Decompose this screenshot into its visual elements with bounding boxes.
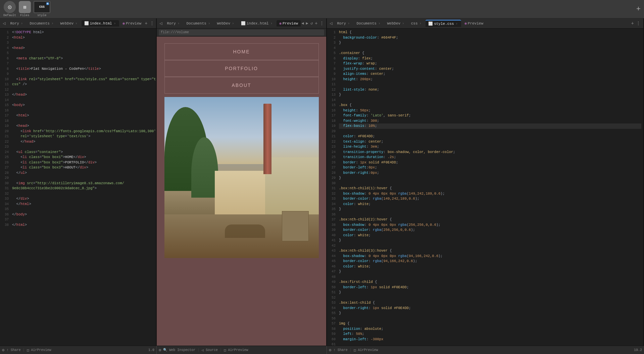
nav-home[interactable]: HOME (164, 43, 319, 60)
middle-pane-options: ◀ ▶ ↺ + ⋮ (301, 20, 326, 26)
container-box (282, 211, 309, 241)
add-pane-button[interactable]: + (636, 5, 641, 13)
left-status-airpreview-label[interactable]: AirPreview (31, 348, 51, 352)
toolbar-item-default[interactable]: ⊙ Default (3, 1, 16, 17)
panes-container: ◁ Rory › Documents › WebDev › ⬜ index.ht… (0, 18, 644, 346)
tab-indexhtml-middle[interactable]: ⬜ index.html › (238, 20, 276, 27)
middle-add-tab[interactable]: + (315, 21, 317, 26)
factory-scene (164, 97, 319, 258)
tab-rory-middle[interactable]: Rory › (164, 20, 183, 27)
tab-documents-left[interactable]: Documents › (27, 20, 57, 27)
toolbar-item-files[interactable]: ▤ Files (19, 1, 31, 17)
html-icon-middle: ⬜ (241, 21, 246, 26)
right-pane: ◁ Rory › Documents › WebDev › css › ⬜ st… (327, 18, 644, 346)
right-add-tab[interactable]: + (631, 21, 634, 26)
tab-indexhtml-left[interactable]: ⬜ index.html › (82, 20, 119, 27)
middle-status-gear-icon[interactable]: ⚙ (159, 348, 161, 353)
right-status-gear-icon[interactable]: ⚙ (329, 348, 331, 353)
nav-container: HOME PORTFOLIO ABOUT (164, 43, 319, 94)
left-add-tab[interactable]: + (145, 21, 147, 26)
middle-pane: ◁ Rory › Documents › WebDev › ⬜ index.ht… (157, 18, 327, 346)
left-tab-bar: ◁ Rory › Documents › WebDev › ⬜ index.ht… (0, 18, 156, 29)
toolbar-item-style[interactable]: CSS ▼ style (34, 1, 50, 17)
middle-status-source-label[interactable]: Source (206, 348, 218, 352)
toolbar-style-label: style (37, 14, 46, 17)
preview-icon-left: ◉ (122, 21, 125, 26)
html-file-icon: ⬜ (84, 21, 89, 26)
right-pane-nav-icon[interactable]: ◁ (328, 20, 334, 26)
right-status-zoom: 19.2 (634, 348, 642, 352)
left-status-airpreview-icon[interactable]: ◫ (27, 348, 29, 352)
tab-documents-right[interactable]: Documents › (354, 20, 384, 27)
right-status-share-label[interactable]: Share (338, 348, 348, 352)
tab-preview-left[interactable]: ◉ Preview (120, 20, 144, 27)
tab-rory-left[interactable]: Rory › (7, 20, 26, 27)
right-code-content[interactable]: html { background-color: #664F4F; } .con… (337, 29, 643, 346)
toolbar: ⊙ Default ▤ Files CSS ▼ style + (0, 0, 644, 18)
right-code-area[interactable]: 12345 678910 1112131415 1617181920 21222… (327, 29, 643, 346)
right-status-airpreview-icon[interactable]: ◫ (354, 348, 356, 352)
middle-status-inspector-label[interactable]: Web Inspector (169, 348, 195, 352)
nav-about[interactable]: ABOUT (164, 77, 319, 94)
right-status-share-icon[interactable]: ↑ (333, 348, 336, 352)
url-text: file:///Volume (161, 31, 189, 34)
right-status-bar: ⚙ ↑ Share | ◫ AirPreview 19.2 (327, 346, 644, 354)
left-status-gear-icon[interactable]: ⚙ (2, 348, 4, 353)
preview-icon-right: ◉ (464, 21, 467, 26)
tab-css-right[interactable]: css › (408, 20, 425, 27)
preview-area: HOME PORTFOLIO ABOUT (157, 37, 326, 346)
left-status-zoom: 1.0 (148, 348, 154, 352)
right-pane-options: + ⋮ (631, 20, 642, 26)
left-status-bar: ⚙ ↑ Share | ◫ AirPreview 1.0 (0, 346, 157, 354)
middle-forward[interactable]: ▶ (306, 21, 308, 26)
right-line-numbers: 12345 678910 1112131415 1617181920 21222… (327, 29, 337, 346)
middle-back[interactable]: ◀ (301, 21, 304, 26)
css-file-icon-right: ⬜ (428, 21, 433, 26)
tab-rory-right[interactable]: Rory › (334, 20, 353, 27)
middle-status-airpreview-label[interactable]: AirPreview (228, 348, 248, 352)
tab-webdev-right[interactable]: WebDev › (384, 20, 407, 27)
preview-image (164, 97, 319, 258)
chimney (263, 104, 271, 174)
middle-pane-nav-icon[interactable]: ◁ (158, 20, 163, 26)
left-code-area[interactable]: 12345 678910 1112131415 1617181920 21222… (0, 29, 156, 346)
ground-pile (225, 224, 265, 238)
left-pane-split[interactable]: ⋮ (150, 20, 154, 26)
middle-status-source-icon[interactable]: ◁ (201, 348, 204, 352)
tab-webdev-left[interactable]: WebDev › (57, 20, 81, 27)
middle-status-inspector-icon[interactable]: 🔍 (163, 348, 167, 352)
left-line-numbers: 12345 678910 1112131415 1617181920 21222… (0, 29, 10, 346)
nav-portfolio[interactable]: PORTFOLIO (164, 60, 319, 77)
url-bar: file:///Volume (157, 29, 326, 37)
tab-preview-middle[interactable]: ◉ Preview (277, 20, 301, 27)
left-pane-nav-icon[interactable]: ◁ (1, 20, 7, 26)
middle-status-bar: ⚙ 🔍 Web Inspector | ◁ Source | ◫ AirPrev… (157, 346, 327, 354)
left-status-share-icon[interactable]: ↑ (6, 348, 9, 352)
middle-pane-split[interactable]: ⋮ (319, 20, 324, 26)
tab-documents-middle[interactable]: Documents › (184, 20, 213, 27)
url-field[interactable]: file:///Volume (159, 30, 324, 36)
toolbar-default-label: Default (3, 14, 16, 17)
all-status-bars: ⚙ ↑ Share | ◫ AirPreview 1.0 ⚙ 🔍 Web Ins… (0, 346, 644, 354)
toolbar-files-label: Files (20, 14, 29, 17)
tab-preview-right[interactable]: ◉ Preview (462, 20, 486, 27)
tab-stylecss-right[interactable]: ⬜ style.css › (426, 20, 461, 27)
middle-status-airpreview-icon[interactable]: ◫ (224, 348, 226, 352)
right-tab-bar: ◁ Rory › Documents › WebDev › css › ⬜ st… (327, 18, 643, 29)
right-pane-split[interactable]: ⋮ (636, 20, 641, 26)
middle-tab-bar: ◁ Rory › Documents › WebDev › ⬜ index.ht… (157, 18, 326, 29)
left-pane: ◁ Rory › Documents › WebDev › ⬜ index.ht… (0, 18, 157, 346)
left-code-content[interactable]: <!DOCTYPE html> <html> <head> <meta char… (10, 29, 156, 346)
left-pane-options: + ⋮ (145, 20, 155, 26)
right-status-airpreview-label[interactable]: AirPreview (358, 348, 378, 352)
left-status-share-label[interactable]: Share (11, 348, 21, 352)
preview-icon-middle: ◉ (279, 21, 282, 26)
tab-webdev-middle[interactable]: WebDev › (214, 20, 237, 27)
middle-refresh[interactable]: ↺ (310, 21, 313, 26)
